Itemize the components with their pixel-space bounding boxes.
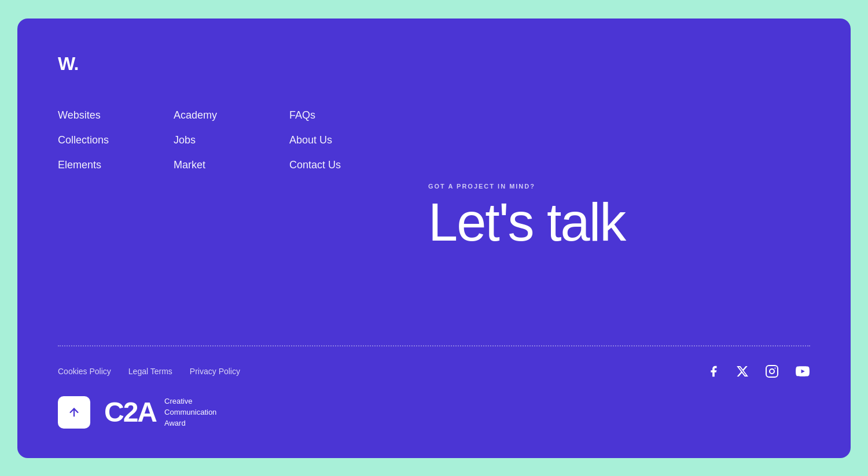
nav-col-1: Websites Collections Elements — [58, 109, 174, 322]
nav-faqs[interactable]: FAQs — [289, 109, 405, 121]
cta-heading[interactable]: Let's talk — [428, 195, 625, 249]
legal-terms-link[interactable]: Legal Terms — [128, 367, 172, 376]
instagram-icon[interactable] — [765, 364, 779, 378]
privacy-policy-link[interactable]: Privacy Policy — [190, 367, 240, 376]
award-text-block: Creative Communication Award — [164, 396, 216, 429]
site-logo[interactable]: W. — [58, 53, 810, 75]
award-line3: Award — [164, 418, 216, 429]
nav-about-us[interactable]: About Us — [289, 134, 405, 146]
svg-rect-0 — [766, 366, 778, 377]
nav-col-2: Academy Jobs Market — [174, 109, 289, 322]
cta-area: GOT A PROJECT IN MIND? Let's talk — [405, 109, 810, 322]
nav-jobs[interactable]: Jobs — [174, 134, 289, 146]
social-icons — [707, 364, 810, 379]
nav-collections[interactable]: Collections — [58, 134, 174, 146]
award-line1: Creative — [164, 396, 216, 407]
svg-point-1 — [770, 369, 774, 374]
footer-container: W. Websites Collections Elements Academy… — [17, 19, 851, 458]
footer-links: Cookies Policy Legal Terms Privacy Polic… — [58, 367, 240, 376]
nav-contact-us[interactable]: Contact Us — [289, 159, 405, 171]
cta-subtitle: GOT A PROJECT IN MIND? — [428, 183, 535, 190]
nav-area: Websites Collections Elements Academy Jo… — [58, 109, 810, 322]
scroll-top-button[interactable] — [58, 396, 90, 429]
nav-columns: Websites Collections Elements Academy Jo… — [58, 109, 405, 322]
nav-websites[interactable]: Websites — [58, 109, 174, 121]
footer-bottom: Cookies Policy Legal Terms Privacy Polic… — [58, 364, 810, 379]
award-c2a-text: C2A — [104, 398, 156, 426]
nav-market[interactable]: Market — [174, 159, 289, 171]
nav-col-3: FAQs About Us Contact Us — [289, 109, 405, 322]
cookies-policy-link[interactable]: Cookies Policy — [58, 367, 111, 376]
facebook-icon[interactable] — [707, 365, 720, 378]
award-logo: C2A Creative Communication Award — [104, 396, 216, 429]
nav-elements[interactable]: Elements — [58, 159, 174, 171]
nav-academy[interactable]: Academy — [174, 109, 289, 121]
divider — [58, 345, 810, 346]
svg-point-2 — [775, 367, 776, 368]
awards-area: C2A Creative Communication Award — [58, 396, 810, 429]
youtube-icon[interactable] — [795, 364, 810, 379]
twitter-x-icon[interactable] — [736, 365, 749, 378]
award-line2: Communication — [164, 407, 216, 418]
